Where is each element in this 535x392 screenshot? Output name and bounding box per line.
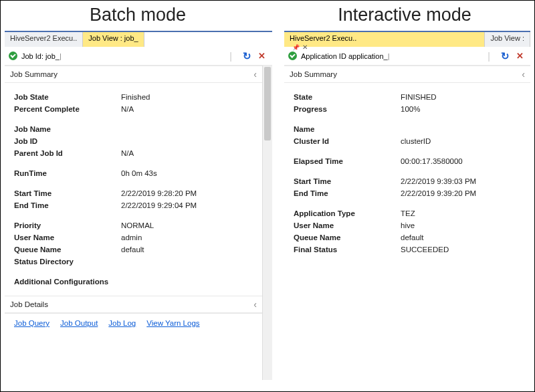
row-queue-name-r: Queue Namedefault [284,231,530,243]
toolbar-separator: | [229,51,232,62]
content-right: Job Summary StateFINISHED Progress100% N… [284,66,530,314]
row-parent-job-id: Parent Job IdN/A [5,147,262,159]
refresh-icon[interactable] [243,50,251,62]
chevron-left-icon [522,69,525,80]
refresh-icon[interactable] [501,50,510,62]
toolbar-left: Job Id: job_| | [5,47,272,66]
tab-job-view-right[interactable]: Job View : [485,32,530,47]
job-id-label: Job Id: [21,52,43,60]
job-id-value: job_ [45,52,60,60]
tab-hiveserver2-right[interactable]: HiveServer2 Execu.. ✕ [284,32,485,47]
row-end-time-r: End Time2/22/2019 9:39:20 PM [284,187,530,199]
row-queue-name: Queue Namedefault [5,243,262,256]
panel-interactive: HiveServer2 Execu.. ✕ Job View : Applica… [284,31,530,314]
caret-icon: | [388,52,390,60]
row-name: Name [284,123,530,135]
heading-interactive-mode: Interactive mode [275,1,534,31]
row-start-time-r: Start Time2/22/2019 9:39:03 PM [284,175,530,187]
application-id-value: application_ [348,52,388,60]
row-job-state: Job StateFinished [5,91,262,103]
row-app-type: Application TypeTEZ [284,207,530,219]
row-status-directory: Status Directory [5,256,262,268]
row-job-name: Job Name [5,123,262,135]
section-title: Job Summary [290,70,337,78]
row-additional-conf: Additional Configurations [5,276,262,288]
row-end-time: End Time2/22/2019 9:29:04 PM [5,199,262,211]
row-priority: PriorityNORMAL [5,219,262,231]
toolbar-right: Application ID application_| | [284,47,530,66]
success-icon [9,52,17,60]
tab-hiveserver2-left[interactable]: HiveServer2 Execu.. [5,32,83,47]
section-job-summary-left[interactable]: Job Summary [5,66,262,83]
row-job-id: Job ID [5,135,262,147]
link-job-query[interactable]: Job Query [14,319,49,327]
section-job-details-left[interactable]: Job Details [5,296,262,313]
link-view-yarn[interactable]: View Yarn Logs [146,319,199,327]
tab-job-view-left[interactable]: Job View : job_ [83,32,144,47]
row-progress: Progress100% [284,103,530,115]
cancel-icon[interactable] [516,51,524,61]
link-job-output[interactable]: Job Output [60,319,98,327]
section-title: Job Summary [10,70,58,78]
link-job-log[interactable]: Job Log [108,319,136,327]
row-percent-complete: Percent CompleteN/A [5,103,262,115]
row-user-name: User Nameadmin [5,231,262,243]
toolbar-separator: | [488,51,490,62]
heading-batch-mode: Batch mode [1,1,275,31]
tabbar-left: HiveServer2 Execu.. Job View : job_ [5,32,272,47]
section-title: Job Details [10,300,48,308]
application-id-label: Application ID [301,52,346,60]
chevron-left-icon [253,299,257,310]
section-job-summary-right[interactable]: Job Summary [284,66,530,83]
tab-label: HiveServer2 Execu.. [290,34,356,42]
scrollbar-thumb[interactable] [264,67,271,140]
row-final-status: Final StatusSUCCEEDED [284,243,530,256]
success-icon [288,52,297,60]
scrollbar-left[interactable] [262,66,272,380]
row-start-time: Start Time2/22/2019 9:28:20 PM [5,187,262,199]
row-state: StateFINISHED [284,91,530,103]
content-left: Job Summary Job StateFinished Percent Co… [5,66,262,380]
row-user-name-r: User Namehive [284,219,530,231]
row-runtime: RunTime0h 0m 43s [5,167,262,179]
caret-icon: | [60,52,62,60]
panel-batch: HiveServer2 Execu.. Job View : job_ Job … [5,31,272,380]
tabbar-right: HiveServer2 Execu.. ✕ Job View : [284,32,530,47]
row-elapsed: Elapsed Time00:00:17.3580000 [284,155,530,167]
links-row: Job Query Job Output Job Log View Yarn L… [5,313,262,332]
row-cluster-id: Cluster IdclusterID [284,135,530,147]
cancel-icon[interactable] [258,51,265,61]
chevron-left-icon [253,69,257,80]
